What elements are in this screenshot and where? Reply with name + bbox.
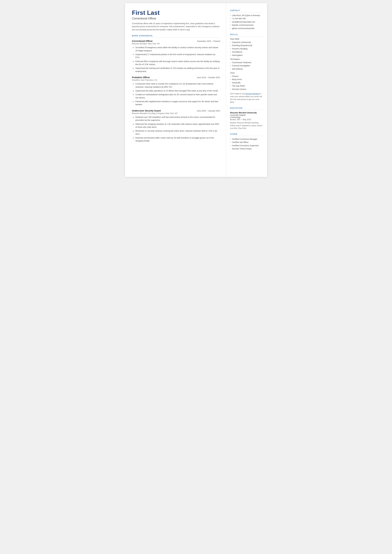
skills-title: SKILLS — [230, 34, 263, 36]
bullet-1-0: Conducted home visits to monitor the com… — [133, 83, 220, 89]
skills-section: SKILLS Hard Skills: Inspection (Advanced… — [230, 34, 263, 104]
other-item-1: Certified Jail Officer. — [230, 141, 263, 144]
technique-1: Criminal Investigation — [230, 64, 263, 67]
tools-label: Tools: — [230, 72, 263, 74]
bullet-0-2: Enforced 95% compliance with thorough se… — [133, 60, 220, 66]
edu-degree: Associate Degree — [230, 114, 263, 116]
techniques-label: Techniques: — [230, 58, 263, 60]
hard-skill-1: Patrolling (Experienced) — [230, 44, 263, 47]
right-column: CONTACT Little Rock, AR (Open to Remote)… — [226, 3, 267, 177]
other-item-2: Certified Corrections Supervisor — [230, 144, 263, 147]
job-dates-2: June 2010 – January 2013 — [197, 110, 220, 112]
contact-item-3: linkedin.com/in/username — [230, 23, 263, 27]
hard-skill-2: Firearms Handling — [230, 47, 263, 50]
left-column: First Last Correctional Officer Correcti… — [125, 3, 226, 177]
bullet-0-3: Supervised the training and certificatio… — [133, 67, 220, 73]
bullet-2-0: Detained over 780 shoplifters until law … — [133, 116, 220, 122]
job-header-2: Undercover Security Guard June 2010 – Ja… — [132, 109, 220, 112]
job-title-0: Correctional Officer — [132, 40, 153, 42]
bullet-2-1: Observed the shopping activities of 1.3K… — [133, 123, 220, 129]
bullet-2-3: Detected and blocked traffic routes used… — [133, 136, 220, 143]
hard-skill-4: Interrogation — [230, 54, 263, 57]
edu-awards: Awards: Resume Worded Teaching Fellow (o… — [230, 121, 263, 130]
bullet-1-3: Partnered with neighborhood members to s… — [133, 100, 220, 106]
contact-item-1: +1-234-456-789 — [230, 17, 263, 20]
job-block-1: Probation Officer June 2013 – October 20… — [132, 76, 220, 106]
bullet-0-1: Implemented 17 institutional policies in… — [133, 53, 220, 59]
candidate-name: First Last — [132, 9, 220, 16]
job-header-1: Probation Officer June 2013 – October 20… — [132, 76, 220, 79]
bullet-2-2: Monitored 11 security cameras covering t… — [133, 129, 220, 136]
hard-skills-list: Inspection (Advanced) Patrolling (Experi… — [230, 41, 263, 57]
other-list: Certified Corrections Manager. Certified… — [230, 138, 263, 150]
tool-0: Firearm — [230, 75, 263, 78]
edu-field: Criminology — [230, 116, 263, 119]
job-company-1: Growthsi, San Francisco, CA — [132, 79, 220, 81]
work-experience-title: WORK EXPERIENCE — [132, 35, 220, 38]
tool-3: Two-way Radio — [230, 84, 263, 87]
contact-item-4: github.com/resumeworded — [230, 27, 263, 30]
job-dates-0: November 2015 – Present — [197, 40, 220, 42]
tool-4: Security Camera — [230, 88, 263, 91]
resume-worded-link[interactable]: Resume Worded — [245, 93, 259, 95]
hard-skills-label: Hard Skills: — [230, 38, 263, 40]
education-section: EDUCATION Resume Worded University Assoc… — [230, 107, 263, 130]
education-title: EDUCATION — [230, 107, 263, 110]
other-item-3: Security Threat Groups — [230, 147, 263, 150]
other-item-0: Certified Corrections Manager. — [230, 138, 263, 141]
hard-skill-0: Inspection (Advanced) — [230, 41, 263, 44]
summary-text: Correctional officer with 10 years of ex… — [132, 22, 220, 31]
job-header-0: Correctional Officer November 2015 – Pre… — [132, 40, 220, 42]
job-company-0: Resume Worded, New York, NY — [132, 43, 220, 45]
job-block-2: Undercover Security Guard June 2010 – Ja… — [132, 109, 220, 143]
job-block-0: Correctional Officer November 2015 – Pre… — [132, 40, 220, 73]
candidate-title: Correctional Officer — [132, 17, 220, 20]
job-dates-1: June 2013 – October 2015 — [197, 77, 220, 79]
other-title: OTHER — [230, 133, 263, 136]
techniques-list: Correctional Treatment Criminal Investig… — [230, 61, 263, 70]
contact-title: CONTACT — [230, 9, 263, 12]
other-section: OTHER Certified Corrections Manager. Cer… — [230, 133, 263, 150]
skills-note: Don't forget to use Resume Worded to sca… — [230, 92, 263, 104]
edu-school: Resume Worded University — [230, 112, 263, 114]
resume-container: First Last Correctional Officer Correcti… — [125, 3, 267, 177]
contact-item-2: email@resumeworded.com — [230, 20, 263, 23]
contact-section: CONTACT Little Rock, AR (Open to Remote)… — [230, 9, 263, 30]
job-company-2: Resume Worded's Exciting Company, New Yo… — [132, 112, 220, 114]
hard-skill-3: Surveillance — [230, 50, 263, 54]
contact-list: Little Rock, AR (Open to Remote) +1-234-… — [230, 14, 263, 30]
job-title-1: Probation Officer — [132, 76, 150, 79]
job-title-2: Undercover Security Guard — [132, 109, 161, 112]
work-experience-section: WORK EXPERIENCE Correctional Officer Nov… — [132, 35, 220, 143]
job-bullets-0: Surveilled 28 dangerous areas within the… — [132, 46, 220, 73]
tools-list: Firearm Body Armor Handcuffs Two-way Rad… — [230, 75, 263, 91]
name-title-block: First Last Correctional Officer — [132, 9, 220, 20]
bullet-0-0: Surveilled 28 dangerous areas within the… — [133, 46, 220, 52]
technique-0: Correctional Treatment — [230, 61, 263, 64]
tool-1: Body Armor — [230, 78, 263, 81]
bullet-1-2: Created an individualized reintegration … — [133, 93, 220, 99]
edu-location-date: Boston, MA — May 2010 — [230, 119, 263, 121]
job-bullets-1: Conducted home visits to monitor the com… — [132, 83, 220, 106]
contact-item-0: Little Rock, AR (Open to Remote) — [230, 14, 263, 17]
bullet-1-1: Supervised the daily operations of 14 of… — [133, 89, 220, 92]
tool-2: Handcuffs — [230, 81, 263, 84]
skills-note-prefix: Don't forget to use — [230, 93, 245, 95]
technique-2: Self Defense — [230, 67, 263, 70]
job-bullets-2: Detained over 780 shoplifters until law … — [132, 116, 220, 143]
